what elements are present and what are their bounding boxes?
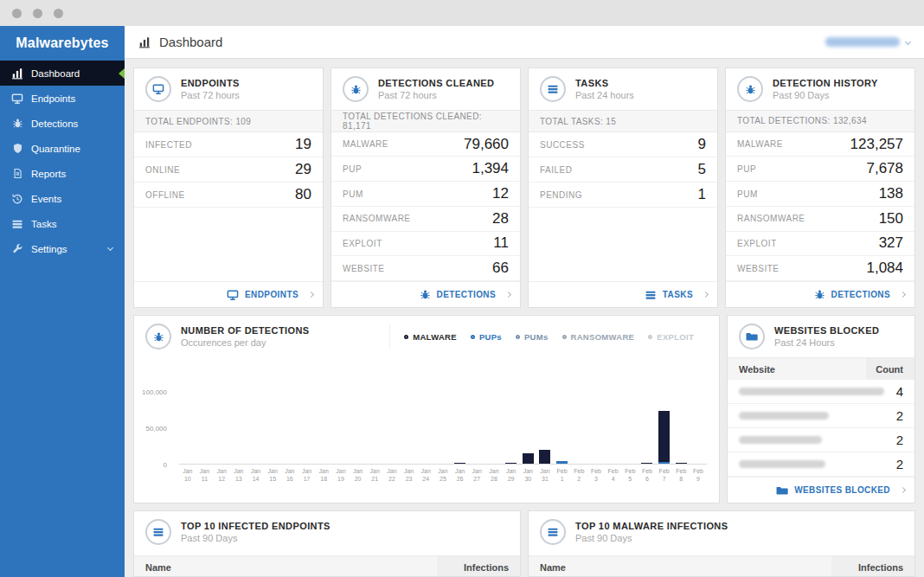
monitor-icon bbox=[11, 93, 23, 105]
bar-slot bbox=[247, 362, 265, 464]
detections-link[interactable]: DETECTIONS bbox=[331, 281, 520, 307]
detections-link[interactable]: DETECTIONS bbox=[726, 281, 914, 307]
stat-label: WEBSITE bbox=[343, 264, 385, 273]
column-header-infections: Infections bbox=[831, 556, 914, 577]
bar-chart-icon bbox=[11, 67, 23, 80]
stat-label: PUM bbox=[343, 189, 363, 199]
table-row[interactable]: 2 bbox=[728, 452, 914, 477]
x-tick-label: Jan14 bbox=[247, 467, 265, 484]
stat-label: INFECTED bbox=[145, 140, 192, 150]
legend-item-pups[interactable]: PUPs bbox=[471, 332, 502, 342]
bar-slot bbox=[281, 362, 298, 464]
sidebar-item-label: Events bbox=[31, 194, 61, 204]
sidebar-item-dashboard[interactable]: Dashboard bbox=[0, 61, 125, 86]
bar-segment bbox=[505, 463, 517, 464]
x-tick-label: Feb7 bbox=[656, 467, 673, 484]
bug-icon bbox=[737, 76, 763, 102]
stat-row: PENDING 1 bbox=[529, 183, 717, 208]
sidebar-item-label: Reports bbox=[31, 169, 66, 179]
x-tick-label: Jan17 bbox=[298, 467, 316, 484]
column-header-name: Name bbox=[529, 562, 831, 573]
card-total: TOTAL DETECTIONS CLEANED: 81,171 bbox=[331, 110, 520, 132]
stat-value: 79,660 bbox=[464, 136, 509, 153]
legend-item-exploit[interactable]: EXPLOIT bbox=[648, 332, 694, 342]
x-tick-label: Jan12 bbox=[213, 467, 230, 484]
endpoints-link[interactable]: ENDPOINTS bbox=[134, 281, 323, 307]
table-row[interactable]: 2 bbox=[728, 428, 914, 452]
table-row[interactable]: 2 bbox=[728, 404, 914, 428]
stat-label: WEBSITE bbox=[737, 264, 780, 273]
chart-subtitle: Occurences per day bbox=[181, 337, 310, 348]
stat-value: 7,678 bbox=[866, 160, 903, 177]
bar-slot bbox=[485, 362, 503, 464]
stat-row: FAILED 5 bbox=[529, 157, 717, 183]
dashboard-content: ENDPOINTS Past 72 hours TOTAL ENDPOINTS:… bbox=[125, 59, 924, 577]
sidebar-item-quarantine[interactable]: Quarantine bbox=[0, 136, 125, 161]
stat-value: 19 bbox=[295, 136, 311, 153]
sidebar-item-label: Quarantine bbox=[31, 144, 80, 154]
sidebar: Malwarebytes Dashboard Endpoints Detecti… bbox=[0, 26, 125, 577]
x-tick-label: Feb5 bbox=[621, 467, 638, 484]
legend-item-pums[interactable]: PUMs bbox=[516, 332, 549, 342]
sidebar-item-endpoints[interactable]: Endpoints bbox=[0, 86, 125, 111]
bar-slot bbox=[452, 362, 469, 464]
footer-link-label: ENDPOINTS bbox=[245, 290, 298, 299]
bar-slot bbox=[570, 362, 587, 464]
column-header-website: Website bbox=[728, 364, 866, 375]
sidebar-item-events[interactable]: Events bbox=[0, 186, 125, 211]
chart-legend: MALWARE PUPs PUMs bbox=[389, 324, 708, 349]
stat-label: EXPLOIT bbox=[737, 239, 777, 248]
bar-slot bbox=[298, 362, 316, 464]
stat-label: RANSOMWARE bbox=[737, 214, 805, 223]
legend-label: MALWARE bbox=[413, 332, 457, 342]
bar-slot bbox=[434, 362, 452, 464]
bug-icon bbox=[145, 324, 171, 349]
legend-item-ransomware[interactable]: RANSOMWARE bbox=[562, 332, 635, 342]
x-tick-label: Jan24 bbox=[417, 467, 434, 484]
x-tick-label: Jan25 bbox=[434, 467, 452, 484]
stat-label: FAILED bbox=[540, 165, 572, 175]
user-menu[interactable] bbox=[825, 37, 910, 47]
stat-value: 1,394 bbox=[472, 160, 509, 177]
legend-item-malware[interactable]: MALWARE bbox=[404, 332, 457, 342]
card-title: DETECTION HISTORY bbox=[773, 78, 878, 88]
card-total: TOTAL ENDPOINTS: 109 bbox=[134, 110, 323, 132]
card-title: TOP 10 MALWARE INFECTIONS bbox=[575, 521, 728, 531]
bar-slot bbox=[350, 362, 367, 464]
legend-label: PUPs bbox=[479, 332, 502, 342]
page-title: Dashboard bbox=[159, 35, 222, 49]
window-close-button[interactable] bbox=[12, 9, 22, 18]
sidebar-item-settings[interactable]: Settings bbox=[0, 236, 125, 261]
window-zoom-button[interactable] bbox=[54, 9, 63, 18]
stat-value: 9 bbox=[698, 136, 706, 153]
stat-row: MALWARE 123,257 bbox=[726, 132, 914, 157]
website-name-blurred bbox=[739, 460, 825, 468]
bar-segment bbox=[454, 463, 465, 464]
bar-slot bbox=[519, 362, 536, 464]
sidebar-item-tasks[interactable]: Tasks bbox=[0, 211, 125, 236]
card-subtitle: Past 72 hours bbox=[181, 90, 240, 100]
website-count: 2 bbox=[896, 457, 903, 471]
bar-segment bbox=[658, 411, 670, 462]
website-count: 4 bbox=[896, 384, 903, 399]
card-subtitle: Past 24 hours bbox=[575, 90, 634, 100]
bar-slot bbox=[315, 362, 332, 464]
window-minimize-button[interactable] bbox=[33, 9, 42, 18]
tasks-link[interactable]: TASKS bbox=[529, 281, 717, 307]
stat-value: 138 bbox=[879, 185, 903, 202]
stat-row: INFECTED 19 bbox=[134, 132, 323, 157]
sidebar-item-detections[interactable]: Detections bbox=[0, 111, 125, 136]
table-row[interactable]: 4 bbox=[728, 380, 914, 404]
websites-blocked-link[interactable]: WEBSITES BLOCKED bbox=[728, 477, 914, 503]
sidebar-item-reports[interactable]: Reports bbox=[0, 161, 125, 186]
stat-value: 80 bbox=[295, 186, 311, 203]
x-tick-label: Jan13 bbox=[230, 467, 247, 484]
stat-value: 12 bbox=[492, 185, 509, 202]
bar-segment bbox=[676, 463, 687, 464]
stat-row: RANSOMWARE 150 bbox=[726, 207, 914, 232]
chevron-right-icon bbox=[505, 292, 511, 298]
malwarebytes-logo: Malwarebytes bbox=[0, 26, 125, 61]
website-name-blurred bbox=[739, 436, 822, 444]
history-icon bbox=[11, 193, 23, 205]
legend-label: RANSOMWARE bbox=[571, 332, 635, 342]
